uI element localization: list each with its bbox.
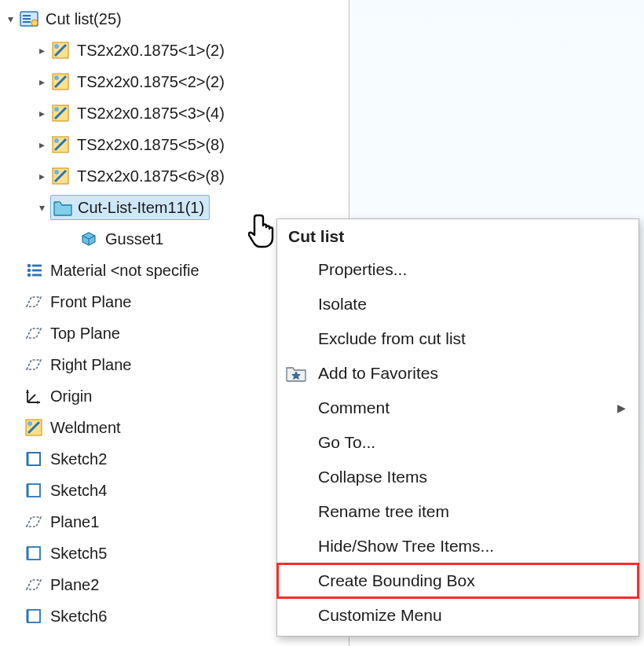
sketch-icon — [24, 480, 44, 501]
tree-item[interactable]: ▸ TS2x2x0.1875<3>(4) — [0, 97, 349, 129]
blank-icon — [285, 259, 307, 281]
caret-right-icon[interactable]: ▸ — [36, 107, 47, 119]
menu-item-label: Add to Favorites — [318, 364, 626, 383]
svg-point-8 — [54, 75, 59, 80]
svg-rect-23 — [27, 453, 40, 465]
weldment-icon — [24, 417, 44, 438]
weld-profile-icon — [50, 72, 71, 92]
tree-item-label: Material <not specifie — [50, 262, 199, 280]
menu-item-goto[interactable]: Go To... — [277, 425, 639, 460]
menu-item-collapse[interactable]: Collapse Items — [277, 460, 639, 494]
plane-icon — [24, 323, 44, 343]
tree-item-label: TS2x2x0.1875<2>(2) — [77, 73, 225, 91]
menu-item-isolate[interactable]: Isolate — [277, 287, 639, 321]
weld-profile-icon — [50, 103, 71, 123]
weld-profile-icon — [50, 134, 71, 155]
menu-item-exclude[interactable]: Exclude from cut list — [277, 321, 639, 356]
menu-item-customize[interactable]: Customize Menu — [277, 598, 639, 633]
tree-item[interactable]: ▸ TS2x2x0.1875<6>(8) — [0, 160, 349, 192]
tree-item-label: TS2x2x0.1875<1>(2) — [77, 42, 225, 60]
tree-item-label: Sketch2 — [50, 450, 107, 468]
svg-rect-27 — [27, 610, 40, 622]
tree-item-label: TS2x2x0.1875<6>(8) — [77, 167, 225, 185]
tree-item-label: Plane1 — [50, 513, 99, 531]
tree-item-label: Gusset1 — [105, 230, 163, 248]
context-menu: Cut list Properties... Isolate Exclude f… — [276, 218, 639, 637]
tree-item-cut-list[interactable]: ▾ Cut list(25) — [0, 3, 349, 35]
tree-item-label: Sketch5 — [50, 545, 107, 563]
svg-rect-2 — [23, 18, 31, 20]
submenu-arrow-icon: ▶ — [617, 402, 626, 414]
caret-right-icon[interactable]: ▸ — [36, 44, 47, 57]
caret-right-icon[interactable]: ▸ — [36, 138, 47, 151]
tree-item[interactable]: ▸ TS2x2x0.1875<2>(2) — [0, 66, 349, 97]
plane-icon — [24, 354, 44, 375]
menu-item-create-bounding-box[interactable]: Create Bounding Box — [277, 563, 639, 598]
weld-profile-icon — [50, 166, 71, 186]
menu-item-label: Rename tree item — [318, 502, 626, 521]
svg-point-17 — [27, 273, 31, 277]
sketch-icon — [24, 449, 44, 469]
tree-item-label: Top Plane — [50, 325, 120, 343]
sketch-icon — [24, 606, 44, 626]
folder-icon — [53, 197, 73, 218]
blank-icon — [285, 604, 307, 626]
menu-item-label: Create Bounding Box — [318, 571, 626, 590]
plane-icon — [24, 512, 44, 532]
svg-rect-25 — [27, 484, 40, 497]
sketch-icon — [24, 543, 44, 563]
caret-right-icon[interactable]: ▸ — [36, 75, 47, 88]
tree-item[interactable]: ▸ TS2x2x0.1875<1>(2) — [0, 35, 349, 66]
svg-point-6 — [54, 44, 59, 49]
tree-item-label: Front Plane — [50, 293, 131, 311]
favorites-folder-icon — [285, 362, 307, 384]
caret-right-icon[interactable]: ▸ — [36, 170, 47, 182]
solid-body-icon — [79, 229, 99, 249]
tree-item-label: Sketch4 — [50, 482, 107, 500]
svg-point-10 — [54, 107, 59, 112]
blank-icon — [285, 328, 307, 350]
menu-item-rename[interactable]: Rename tree item — [277, 494, 639, 529]
caret-down-icon[interactable]: ▾ — [5, 13, 16, 25]
tree-item-label: Cut list(25) — [46, 10, 122, 28]
menu-item-comment[interactable]: Comment ▶ — [277, 391, 639, 425]
blank-icon — [285, 570, 307, 592]
menu-item-properties[interactable]: Properties... — [277, 252, 639, 287]
svg-point-16 — [27, 269, 31, 272]
material-icon — [24, 260, 44, 281]
svg-rect-19 — [32, 270, 42, 272]
menu-item-label: Go To... — [318, 433, 626, 452]
svg-rect-24 — [27, 453, 40, 465]
plane-icon — [24, 292, 44, 312]
tree-item-label: Cut-List-Item11(1) — [78, 199, 204, 217]
svg-rect-20 — [32, 274, 42, 277]
tree-item-label: Origin — [50, 387, 92, 406]
menu-item-label: Hide/Show Tree Items... — [318, 537, 626, 556]
context-menu-header: Cut list — [277, 222, 639, 252]
origin-icon — [24, 386, 44, 406]
svg-point-12 — [54, 138, 59, 143]
svg-rect-26 — [27, 547, 40, 560]
menu-item-add-favorites[interactable]: Add to Favorites — [277, 356, 639, 391]
weld-profile-icon — [50, 40, 71, 61]
svg-point-22 — [27, 421, 32, 426]
svg-point-4 — [31, 20, 38, 26]
menu-item-hide-show[interactable]: Hide/Show Tree Items... — [277, 529, 639, 563]
blank-icon — [285, 466, 307, 488]
caret-down-icon[interactable]: ▾ — [36, 201, 47, 214]
blank-icon — [285, 293, 307, 315]
svg-rect-18 — [32, 265, 42, 267]
tree-item-label: Weldment — [50, 419, 121, 437]
menu-item-label: Properties... — [318, 260, 626, 279]
tree-item-label: Plane2 — [50, 576, 99, 594]
plane-icon — [24, 574, 44, 595]
svg-point-14 — [54, 170, 59, 174]
cut-list-icon — [19, 9, 39, 29]
blank-icon — [285, 397, 307, 419]
menu-item-label: Isolate — [318, 295, 626, 314]
tree-item-label: Right Plane — [50, 356, 131, 374]
menu-item-label: Collapse Items — [318, 468, 626, 486]
blank-icon — [285, 501, 307, 523]
tree-item-label: Sketch6 — [50, 607, 107, 626]
tree-item[interactable]: ▸ TS2x2x0.1875<5>(8) — [0, 129, 349, 160]
